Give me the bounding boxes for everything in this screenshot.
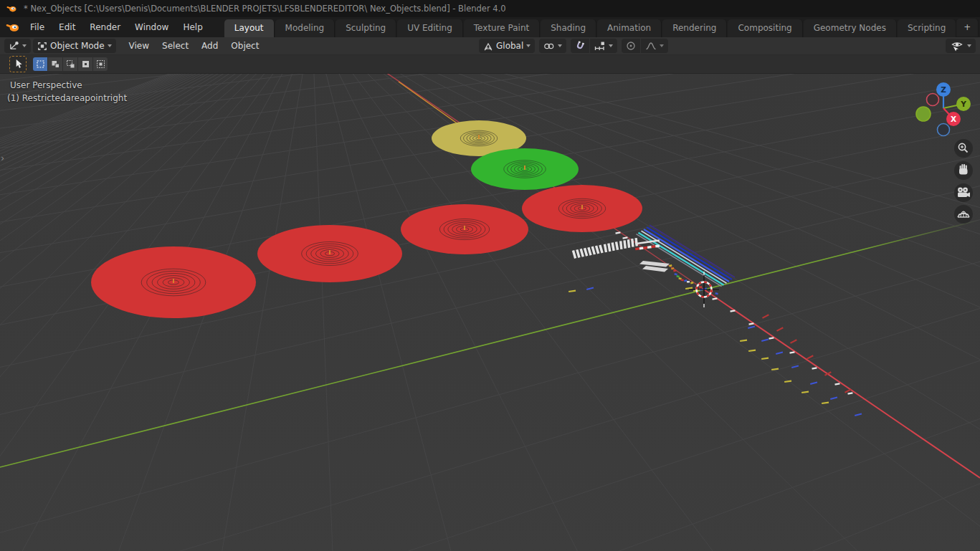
menubar-menu-render[interactable]: Render <box>82 19 128 35</box>
tab-layout[interactable]: Layout <box>224 19 275 37</box>
menubar-menu-help[interactable]: Help <box>176 19 209 35</box>
tab-geometry-nodes[interactable]: Geometry Nodes <box>804 19 897 37</box>
select-mode-invert[interactable] <box>78 57 92 71</box>
orientation-icon <box>483 42 493 51</box>
fence-post[interactable] <box>572 250 576 259</box>
marker-dash-blue[interactable] <box>748 326 755 329</box>
tab-compositing[interactable]: Compositing <box>728 19 802 37</box>
gizmo-axis-ball[interactable] <box>916 107 931 121</box>
fence-post[interactable] <box>623 240 627 249</box>
fence-post[interactable] <box>604 244 607 252</box>
tab-animation[interactable]: Animation <box>597 19 662 37</box>
select-mode-extend[interactable] <box>48 57 62 71</box>
viewport-menu-add[interactable]: Add <box>195 39 224 53</box>
fence-post[interactable] <box>631 239 634 247</box>
tab-texture-paint[interactable]: Texture Paint <box>464 19 540 37</box>
viewport-menu-object[interactable]: Object <box>224 39 265 53</box>
tab-rendering[interactable]: Rendering <box>662 19 727 37</box>
cursor-arrow-icon <box>14 59 23 70</box>
ground-panel[interactable] <box>642 266 668 272</box>
viewport-menu-view[interactable]: View <box>123 39 156 53</box>
gizmo-axis-label: Z <box>941 85 946 94</box>
fence-post[interactable] <box>595 246 599 254</box>
small-mesh-object[interactable] <box>715 292 718 294</box>
active-tool-select-box[interactable] <box>9 56 27 72</box>
select-mode-intersect[interactable] <box>93 57 108 71</box>
sidebar-toggle[interactable]: › <box>1 153 4 163</box>
transform-orientation-selector[interactable]: Global <box>479 39 535 53</box>
marker-dash-blue[interactable] <box>830 397 837 400</box>
scene-canvas[interactable]: ZYX <box>0 74 980 551</box>
tab-scripting[interactable]: Scripting <box>898 19 956 37</box>
marker-dash-blue[interactable] <box>776 352 783 355</box>
grid-line <box>222 74 312 551</box>
marker-dash-blue[interactable] <box>761 339 769 342</box>
mode-selector[interactable]: Object Mode <box>33 39 116 53</box>
pivot-point-selector[interactable] <box>539 39 566 53</box>
marker-dash-blue[interactable] <box>855 413 862 416</box>
marker-dash-red[interactable] <box>776 327 784 332</box>
small-mesh-object[interactable] <box>673 269 677 272</box>
fence-post[interactable] <box>634 238 638 246</box>
gizmo-axis-ball[interactable] <box>938 124 950 136</box>
fence-post[interactable] <box>615 241 619 250</box>
marker-dash-red[interactable] <box>790 339 797 344</box>
fence-post[interactable] <box>599 244 603 253</box>
grid-line <box>312 74 980 551</box>
fence-post[interactable] <box>607 243 611 251</box>
object-visibility-selector[interactable] <box>946 39 976 53</box>
snap-toggle[interactable] <box>571 39 589 53</box>
blender-logo-icon[interactable] <box>6 21 20 33</box>
marker-dash-yellow[interactable] <box>748 350 756 352</box>
fence-post[interactable] <box>584 248 588 257</box>
add-workspace-button[interactable]: + <box>956 19 979 37</box>
small-mesh-object[interactable] <box>687 281 690 283</box>
fence-post[interactable] <box>576 249 580 258</box>
grid-line <box>0 360 980 551</box>
fence-post[interactable] <box>627 239 631 248</box>
small-mesh-object[interactable] <box>669 264 672 267</box>
grid-line <box>0 418 980 551</box>
grid-line <box>312 74 980 551</box>
marker-dash-yellow[interactable] <box>740 340 747 342</box>
blender-logo-icon <box>6 4 17 13</box>
proportional-edit-toggle[interactable] <box>622 39 640 53</box>
small-mesh-object[interactable] <box>674 273 677 275</box>
tab-sculpting[interactable]: Sculpting <box>336 19 396 37</box>
small-mesh-object[interactable] <box>680 279 684 281</box>
tab-modeling[interactable]: Modeling <box>275 19 336 37</box>
marker-dash-blue[interactable] <box>810 382 817 385</box>
tab-uv-editing[interactable]: UV Editing <box>397 19 463 37</box>
menubar-menu-file[interactable]: File <box>23 19 52 35</box>
small-mesh-object[interactable] <box>676 275 680 277</box>
axis-tick-marker <box>834 383 839 385</box>
fence-post[interactable] <box>580 249 584 257</box>
small-mesh-object[interactable] <box>690 282 694 284</box>
menubar-menu-edit[interactable]: Edit <box>52 19 82 35</box>
marker-dash-yellow[interactable] <box>761 358 769 360</box>
gizmo-axis-ball[interactable] <box>927 94 939 106</box>
grid-line <box>0 74 980 80</box>
marker-dash-yellow[interactable] <box>822 402 829 404</box>
editor-type-icon <box>9 41 19 51</box>
select-mode-set[interactable] <box>33 57 47 71</box>
3d-viewport[interactable]: ZYX › User Perspective (1) Restrictedare… <box>0 74 980 551</box>
small-mesh-object[interactable] <box>684 279 688 282</box>
fence-post[interactable] <box>619 241 623 249</box>
menubar-menu-window[interactable]: Window <box>128 19 176 35</box>
snap-target-icon <box>594 41 606 51</box>
chevron-down-icon <box>660 44 664 47</box>
proportional-falloff-selector[interactable] <box>641 39 668 53</box>
tab-shading[interactable]: Shading <box>541 19 596 37</box>
nav-button-zoom[interactable] <box>954 139 973 158</box>
viewport-header-right <box>946 39 976 53</box>
select-mode-subtract[interactable] <box>63 57 77 71</box>
editor-type-selector[interactable] <box>4 39 31 53</box>
hand-icon <box>964 164 965 170</box>
marker-dash-red[interactable] <box>762 314 769 319</box>
marker-dash-yellow[interactable] <box>569 290 576 292</box>
fence-post[interactable] <box>591 246 596 255</box>
fence-post[interactable] <box>587 247 591 256</box>
viewport-menu-select[interactable]: Select <box>156 39 195 53</box>
snap-settings[interactable] <box>590 39 617 53</box>
